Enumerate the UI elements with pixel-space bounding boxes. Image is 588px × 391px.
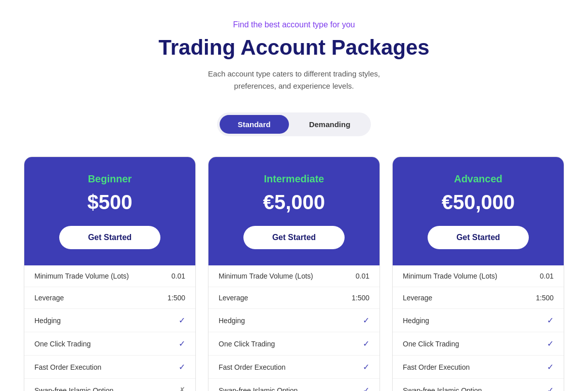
feature-row: Minimum Trade Volume (Lots)0.01	[393, 265, 564, 287]
feature-label: Swap-free Islamic Option	[403, 386, 482, 392]
header-description: Each account type caters to different tr…	[188, 68, 400, 92]
feature-value: ✓	[547, 385, 554, 391]
feature-row: Leverage1:500	[208, 287, 380, 309]
card-features-beginner: Minimum Trade Volume (Lots)0.01Leverage1…	[24, 265, 195, 391]
card-features-intermediate: Minimum Trade Volume (Lots)0.01Leverage1…	[208, 265, 380, 391]
card-tier-advanced: Advanced	[405, 173, 552, 185]
tab-standard[interactable]: Standard	[220, 115, 289, 134]
page-title: Trading Account Packages	[10, 35, 578, 60]
header-subtitle: Find the best account type for you	[10, 20, 578, 29]
card-tier-beginner: Beginner	[36, 173, 183, 185]
feature-label: One Click Trading	[34, 340, 91, 348]
feature-label: Hedging	[34, 317, 61, 325]
feature-value: ✓	[179, 339, 185, 348]
feature-value: 1:500	[352, 294, 369, 302]
feature-label: Minimum Trade Volume (Lots)	[34, 272, 129, 280]
feature-label: One Click Trading	[219, 340, 275, 348]
tab-toggle: Standard Demanding	[10, 112, 578, 136]
feature-row: Swap-free Islamic Option✗	[24, 379, 195, 391]
feature-row: Fast Order Execution✓	[208, 356, 380, 379]
cards-wrapper: Beginner$500Get StartedMinimum Trade Vol…	[11, 157, 577, 391]
feature-row: One Click Trading✓	[208, 332, 380, 356]
feature-row: Minimum Trade Volume (Lots)0.01	[208, 265, 380, 287]
feature-value: ✓	[363, 362, 369, 372]
feature-label: Minimum Trade Volume (Lots)	[403, 272, 497, 280]
feature-value: ✓	[363, 316, 369, 325]
feature-row: Leverage1:500	[24, 287, 195, 309]
feature-label: Fast Order Execution	[34, 363, 101, 371]
feature-label: Hedging	[219, 317, 245, 325]
feature-row: Leverage1:500	[393, 287, 564, 309]
feature-row: Fast Order Execution✓	[24, 356, 195, 379]
feature-label: Fast Order Execution	[219, 363, 285, 371]
get-started-button-advanced[interactable]: Get Started	[428, 226, 529, 249]
card-amount-beginner: $500	[36, 191, 183, 214]
feature-label: Hedging	[403, 317, 429, 325]
feature-label: Leverage	[403, 294, 432, 302]
feature-value: ✓	[547, 339, 554, 348]
feature-value: ✓	[363, 339, 369, 348]
tab-container: Standard Demanding	[217, 112, 371, 136]
card-features-advanced: Minimum Trade Volume (Lots)0.01Leverage1…	[393, 265, 564, 391]
card-amount-advanced: €50,000	[405, 191, 552, 214]
feature-value: 0.01	[540, 272, 554, 280]
feature-label: Fast Order Execution	[403, 363, 470, 371]
feature-label: One Click Trading	[403, 340, 459, 348]
get-started-button-beginner[interactable]: Get Started	[59, 226, 160, 249]
card-header-intermediate: Intermediate€5,000Get Started	[208, 157, 380, 265]
feature-value: ✓	[547, 316, 554, 325]
feature-value: ✗	[179, 385, 185, 391]
feature-value: 1:500	[536, 294, 554, 302]
tab-demanding[interactable]: Demanding	[291, 115, 369, 134]
feature-row: Fast Order Execution✓	[393, 356, 564, 379]
feature-label: Leverage	[219, 294, 248, 302]
feature-row: Minimum Trade Volume (Lots)0.01	[24, 265, 195, 287]
get-started-button-intermediate[interactable]: Get Started	[243, 226, 345, 249]
feature-value: ✓	[179, 316, 185, 325]
card-header-advanced: Advanced€50,000Get Started	[393, 157, 564, 265]
card-beginner: Beginner$500Get StartedMinimum Trade Vol…	[24, 157, 196, 391]
feature-value: ✓	[179, 362, 185, 372]
feature-label: Leverage	[34, 294, 64, 302]
page-header: Find the best account type for you Tradi…	[10, 20, 578, 92]
feature-label: Minimum Trade Volume (Lots)	[219, 272, 313, 280]
card-amount-intermediate: €5,000	[221, 191, 367, 214]
feature-value: 0.01	[172, 272, 185, 280]
feature-row: Hedging✓	[24, 309, 195, 332]
card-advanced: Advanced€50,000Get StartedMinimum Trade …	[392, 157, 564, 391]
feature-row: Swap-free Islamic Option✓	[393, 379, 564, 391]
card-header-beginner: Beginner$500Get Started	[24, 157, 195, 265]
feature-value: ✓	[547, 362, 554, 372]
feature-label: Swap-free Islamic Option	[34, 386, 113, 392]
feature-value: 1:500	[167, 294, 185, 302]
feature-value: 0.01	[356, 272, 369, 280]
feature-row: One Click Trading✓	[24, 332, 195, 356]
feature-value: ✓	[363, 385, 369, 391]
feature-row: Hedging✓	[208, 309, 380, 332]
feature-row: One Click Trading✓	[393, 332, 564, 356]
feature-row: Hedging✓	[393, 309, 564, 332]
card-intermediate: Intermediate€5,000Get StartedMinimum Tra…	[208, 157, 380, 391]
card-tier-intermediate: Intermediate	[221, 173, 367, 185]
feature-label: Swap-free Islamic Option	[219, 386, 298, 392]
feature-row: Swap-free Islamic Option✓	[208, 379, 380, 391]
